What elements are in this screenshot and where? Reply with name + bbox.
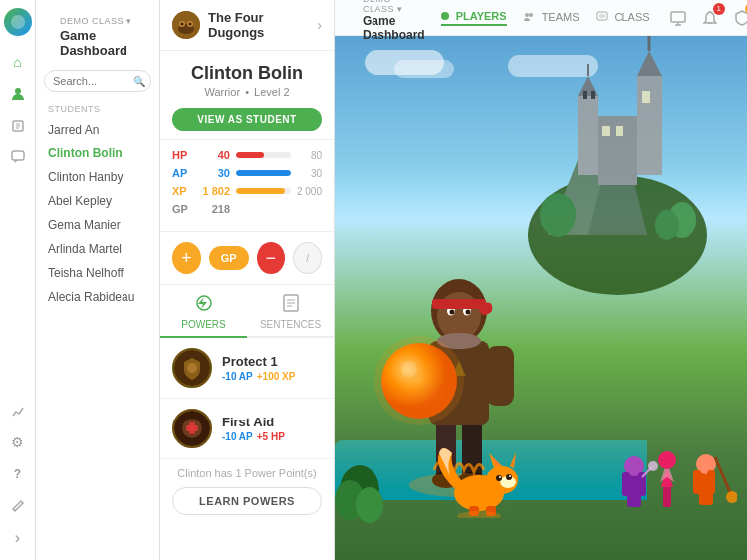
- svg-rect-44: [616, 126, 623, 136]
- svg-rect-41: [583, 91, 587, 99]
- nav-grades-icon[interactable]: [4, 112, 32, 140]
- sentences-tab-label: SENTENCES: [260, 319, 321, 330]
- tab-players[interactable]: PLAYERS: [441, 10, 507, 26]
- left-nav: ⌂ ⚙ ? ›: [0, 0, 36, 560]
- remove-points-button[interactable]: −: [257, 242, 286, 274]
- student-item[interactable]: Alecia Rabideau: [36, 285, 159, 309]
- svg-point-1: [15, 88, 21, 94]
- xp-max: 2 000: [297, 186, 322, 197]
- nav-help-icon[interactable]: ?: [4, 460, 32, 488]
- svg-point-24: [525, 13, 529, 17]
- protect-details: Protect 1 -10 AP +100 XP: [222, 354, 322, 382]
- tab-powers[interactable]: POWERS: [160, 285, 247, 338]
- svg-rect-42: [591, 91, 595, 99]
- slash-button[interactable]: /: [293, 242, 322, 274]
- svg-point-12: [189, 23, 192, 26]
- firstaid-tag-ap: -10 AP: [222, 431, 253, 442]
- game-viewport: DEMO CLASS ▾ Game Dashboard PLAYERS TEAM…: [335, 0, 747, 560]
- power-item-protect[interactable]: Protect 1 -10 AP +100 XP: [160, 338, 334, 399]
- svg-rect-100: [707, 470, 715, 494]
- student-search: 🔍: [44, 70, 151, 92]
- player-name: Clinton Bolin: [172, 63, 322, 84]
- student-item[interactable]: Clinton Bolin: [36, 141, 159, 165]
- nav-settings-icon[interactable]: ⚙: [4, 428, 32, 456]
- xp-current: 1 802: [200, 185, 230, 197]
- power-item-firstaid[interactable]: First Aid -10 AP +5 HP: [160, 399, 334, 459]
- svg-point-19: [187, 363, 197, 373]
- add-points-button[interactable]: +: [172, 242, 201, 274]
- view-as-student-button[interactable]: VIEW AS STUDENT: [172, 108, 322, 131]
- header-demo-class: DEMO CLASS ▾: [363, 0, 425, 14]
- svg-rect-99: [693, 470, 701, 494]
- nav-chat-icon[interactable]: [4, 143, 32, 171]
- svg-point-102: [726, 491, 737, 503]
- protect-tags: -10 AP +100 XP: [222, 371, 322, 382]
- app-logo: [4, 8, 32, 36]
- group-header[interactable]: The Four Dugongs ›: [160, 0, 334, 51]
- action-buttons: + GP − /: [160, 232, 334, 285]
- player-panel: The Four Dugongs › Clinton Bolin Warrior…: [160, 0, 335, 560]
- cloud-2: [394, 60, 454, 78]
- notification-badge: 1: [713, 3, 725, 15]
- hp-current: 40: [200, 149, 230, 161]
- nav-home-icon[interactable]: ⌂: [4, 48, 32, 76]
- protect-tag-xp: +100 XP: [257, 371, 296, 382]
- student-item[interactable]: Clinton Hanby: [36, 165, 159, 189]
- header-dashboard: Game Dashboard: [363, 14, 425, 42]
- foreground-foliage: [335, 450, 384, 530]
- nav-analytics-icon[interactable]: [4, 397, 32, 424]
- powers-tabs: POWERS SENTENCES: [160, 285, 334, 338]
- notification-button[interactable]: 1: [698, 6, 722, 30]
- player-class: Warrior • Level 2: [172, 86, 322, 98]
- background-characters: [618, 422, 737, 522]
- hp-stat-row: HP 40 80: [172, 149, 322, 161]
- player-info: Clinton Bolin Warrior • Level 2 VIEW AS …: [160, 51, 334, 140]
- hp-bar-fill: [236, 152, 264, 158]
- ap-stat-row: AP 30 30: [172, 167, 322, 179]
- power-point-info: Clinton has 1 Power Point(s): [160, 459, 334, 483]
- student-item[interactable]: Abel Kepley: [36, 189, 159, 213]
- shield-button[interactable]: 1: [730, 6, 747, 30]
- tab-class[interactable]: CLASS: [596, 10, 650, 26]
- nav-students-icon[interactable]: [4, 80, 32, 108]
- group-avatar: [172, 11, 200, 39]
- svg-point-25: [529, 13, 533, 17]
- learn-powers-button[interactable]: LEARN POWERS: [172, 487, 322, 515]
- firstaid-name: First Aid: [222, 415, 322, 429]
- tab-sentences[interactable]: SENTENCES: [247, 285, 334, 338]
- tab-teams[interactable]: TEAMS: [523, 10, 580, 26]
- ap-bar-fill: [236, 170, 291, 176]
- svg-rect-69: [432, 299, 486, 309]
- firstaid-tag-hp: +5 HP: [257, 431, 285, 442]
- header-tabs: PLAYERS TEAMS CLASS: [441, 10, 650, 26]
- top-header: DEMO CLASS ▾ Game Dashboard PLAYERS TEAM…: [335, 0, 747, 36]
- svg-rect-23: [186, 425, 198, 431]
- student-item[interactable]: Teisha Nelhoff: [36, 261, 159, 285]
- xp-label: XP: [172, 185, 194, 197]
- header-icons: 1 1 A: [666, 5, 747, 31]
- svg-marker-40: [637, 51, 662, 76]
- nav-edit-icon[interactable]: [4, 492, 32, 520]
- student-item[interactable]: Gema Manier: [36, 213, 159, 237]
- svg-rect-26: [597, 12, 607, 20]
- sentences-tab-icon: [281, 293, 301, 317]
- svg-point-67: [450, 310, 455, 315]
- monitor-button[interactable]: [666, 6, 690, 30]
- gp-button[interactable]: GP: [209, 246, 249, 270]
- ap-max: 30: [297, 168, 322, 179]
- students-label: STUDENTS: [36, 100, 159, 118]
- nav-expand-icon[interactable]: ›: [4, 524, 32, 552]
- hp-bar-bg: [236, 152, 291, 158]
- svg-rect-96: [663, 487, 671, 507]
- student-item[interactable]: Jarred An: [36, 118, 159, 141]
- ap-bar-bg: [236, 170, 291, 176]
- powers-tab-label: POWERS: [181, 319, 225, 330]
- svg-line-101: [715, 457, 732, 497]
- group-chevron-icon: ›: [317, 17, 322, 33]
- xp-bar-fill: [236, 188, 285, 194]
- gp-label: GP: [172, 203, 194, 215]
- powers-tab-icon: [194, 293, 214, 317]
- svg-point-50: [655, 210, 679, 240]
- gp-current: 218: [200, 203, 230, 215]
- student-item[interactable]: Arlinda Martel: [36, 237, 159, 261]
